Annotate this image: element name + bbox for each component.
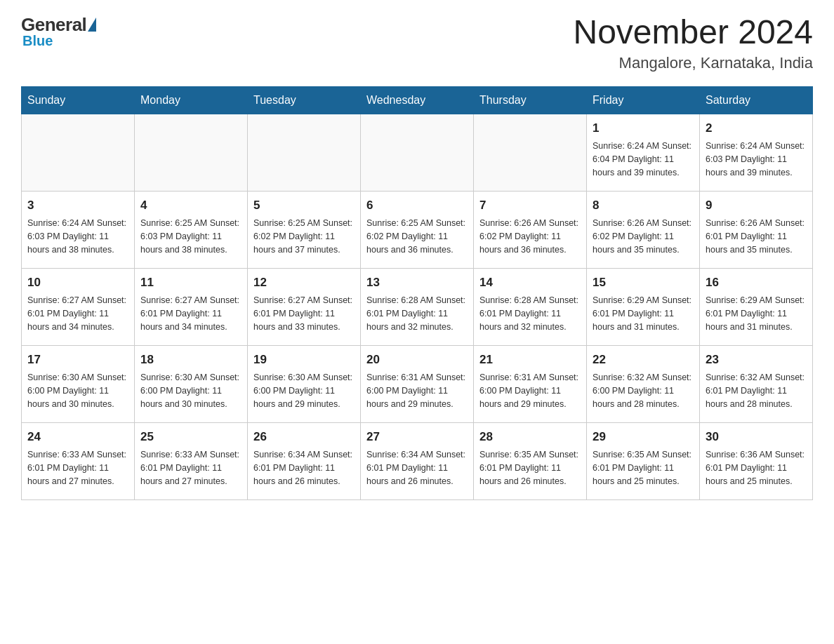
day-number: 1 <box>593 120 694 137</box>
calendar-cell: 25Sunrise: 6:33 AM Sunset: 6:01 PM Dayli… <box>135 422 248 499</box>
day-info: Sunrise: 6:33 AM Sunset: 6:01 PM Dayligh… <box>27 448 128 488</box>
location: Mangalore, Karnataka, India <box>573 54 813 72</box>
day-number: 14 <box>479 274 581 292</box>
day-number: 27 <box>366 429 468 446</box>
day-number: 4 <box>140 197 241 215</box>
logo: General Blue <box>21 14 96 49</box>
day-info: Sunrise: 6:29 AM Sunset: 6:01 PM Dayligh… <box>706 294 807 333</box>
page-header: General Blue November 2024 Mangalore, Ka… <box>21 14 813 72</box>
header-cell-sunday: Sunday <box>22 86 135 114</box>
calendar-cell: 5Sunrise: 6:25 AM Sunset: 6:02 PM Daylig… <box>248 191 361 268</box>
day-info: Sunrise: 6:35 AM Sunset: 6:01 PM Dayligh… <box>479 448 581 488</box>
day-number: 22 <box>593 351 694 369</box>
day-number: 16 <box>706 274 807 292</box>
day-number: 20 <box>366 351 468 369</box>
day-info: Sunrise: 6:24 AM Sunset: 6:03 PM Dayligh… <box>27 217 128 256</box>
calendar-cell: 11Sunrise: 6:27 AM Sunset: 6:01 PM Dayli… <box>135 268 248 345</box>
calendar-cell: 29Sunrise: 6:35 AM Sunset: 6:01 PM Dayli… <box>587 422 700 499</box>
calendar-cell: 13Sunrise: 6:28 AM Sunset: 6:01 PM Dayli… <box>361 268 474 345</box>
day-info: Sunrise: 6:34 AM Sunset: 6:01 PM Dayligh… <box>253 448 355 488</box>
day-info: Sunrise: 6:30 AM Sunset: 6:00 PM Dayligh… <box>140 371 241 410</box>
week-row-5: 24Sunrise: 6:33 AM Sunset: 6:01 PM Dayli… <box>22 422 813 499</box>
day-number: 23 <box>706 351 807 369</box>
calendar-cell: 4Sunrise: 6:25 AM Sunset: 6:03 PM Daylig… <box>135 191 248 268</box>
month-title: November 2024 <box>573 14 813 51</box>
day-info: Sunrise: 6:28 AM Sunset: 6:01 PM Dayligh… <box>479 294 581 333</box>
day-info: Sunrise: 6:27 AM Sunset: 6:01 PM Dayligh… <box>140 294 241 333</box>
calendar-cell: 15Sunrise: 6:29 AM Sunset: 6:01 PM Dayli… <box>587 268 700 345</box>
header-cell-tuesday: Tuesday <box>248 86 361 114</box>
week-row-4: 17Sunrise: 6:30 AM Sunset: 6:00 PM Dayli… <box>22 345 813 422</box>
day-number: 24 <box>27 429 128 446</box>
calendar-cell: 28Sunrise: 6:35 AM Sunset: 6:01 PM Dayli… <box>474 422 587 499</box>
calendar-cell: 27Sunrise: 6:34 AM Sunset: 6:01 PM Dayli… <box>361 422 474 499</box>
header-cell-saturday: Saturday <box>700 86 813 114</box>
calendar-cell: 8Sunrise: 6:26 AM Sunset: 6:02 PM Daylig… <box>587 191 700 268</box>
calendar-cell <box>248 114 361 191</box>
day-info: Sunrise: 6:31 AM Sunset: 6:00 PM Dayligh… <box>479 371 581 410</box>
calendar-cell: 6Sunrise: 6:25 AM Sunset: 6:02 PM Daylig… <box>361 191 474 268</box>
day-number: 29 <box>593 429 694 446</box>
day-info: Sunrise: 6:26 AM Sunset: 6:02 PM Dayligh… <box>593 217 694 256</box>
week-row-2: 3Sunrise: 6:24 AM Sunset: 6:03 PM Daylig… <box>22 191 813 268</box>
header-cell-friday: Friday <box>587 86 700 114</box>
day-number: 18 <box>140 351 241 369</box>
day-number: 5 <box>253 197 355 215</box>
calendar-cell: 24Sunrise: 6:33 AM Sunset: 6:01 PM Dayli… <box>22 422 135 499</box>
day-number: 28 <box>479 429 581 446</box>
header-cell-monday: Monday <box>135 86 248 114</box>
calendar-cell <box>135 114 248 191</box>
day-number: 15 <box>593 274 694 292</box>
day-info: Sunrise: 6:32 AM Sunset: 6:00 PM Dayligh… <box>593 371 694 410</box>
calendar-cell <box>361 114 474 191</box>
calendar-cell: 9Sunrise: 6:26 AM Sunset: 6:01 PM Daylig… <box>700 191 813 268</box>
day-number: 9 <box>706 197 807 215</box>
logo-triangle-icon <box>88 18 96 32</box>
day-info: Sunrise: 6:32 AM Sunset: 6:01 PM Dayligh… <box>706 371 807 410</box>
day-number: 17 <box>27 351 128 369</box>
calendar-cell: 22Sunrise: 6:32 AM Sunset: 6:00 PM Dayli… <box>587 345 700 422</box>
day-info: Sunrise: 6:25 AM Sunset: 6:02 PM Dayligh… <box>366 217 468 256</box>
day-info: Sunrise: 6:36 AM Sunset: 6:01 PM Dayligh… <box>706 448 807 488</box>
day-number: 26 <box>253 429 355 446</box>
calendar-cell: 14Sunrise: 6:28 AM Sunset: 6:01 PM Dayli… <box>474 268 587 345</box>
day-info: Sunrise: 6:31 AM Sunset: 6:00 PM Dayligh… <box>366 371 468 410</box>
title-section: November 2024 Mangalore, Karnataka, Indi… <box>573 14 813 72</box>
day-info: Sunrise: 6:24 AM Sunset: 6:04 PM Dayligh… <box>593 140 694 179</box>
week-row-3: 10Sunrise: 6:27 AM Sunset: 6:01 PM Dayli… <box>22 268 813 345</box>
day-info: Sunrise: 6:27 AM Sunset: 6:01 PM Dayligh… <box>27 294 128 333</box>
calendar-cell: 18Sunrise: 6:30 AM Sunset: 6:00 PM Dayli… <box>135 345 248 422</box>
calendar-cell: 1Sunrise: 6:24 AM Sunset: 6:04 PM Daylig… <box>587 114 700 191</box>
day-number: 13 <box>366 274 468 292</box>
day-number: 8 <box>593 197 694 215</box>
calendar-cell: 21Sunrise: 6:31 AM Sunset: 6:00 PM Dayli… <box>474 345 587 422</box>
day-number: 10 <box>27 274 128 292</box>
calendar-cell: 20Sunrise: 6:31 AM Sunset: 6:00 PM Dayli… <box>361 345 474 422</box>
calendar-cell: 2Sunrise: 6:24 AM Sunset: 6:03 PM Daylig… <box>700 114 813 191</box>
day-info: Sunrise: 6:34 AM Sunset: 6:01 PM Dayligh… <box>366 448 468 488</box>
calendar-cell <box>22 114 135 191</box>
day-info: Sunrise: 6:29 AM Sunset: 6:01 PM Dayligh… <box>593 294 694 333</box>
day-info: Sunrise: 6:30 AM Sunset: 6:00 PM Dayligh… <box>27 371 128 410</box>
day-number: 30 <box>706 429 807 446</box>
day-number: 7 <box>479 197 581 215</box>
calendar-cell: 12Sunrise: 6:27 AM Sunset: 6:01 PM Dayli… <box>248 268 361 345</box>
calendar-cell <box>474 114 587 191</box>
day-info: Sunrise: 6:35 AM Sunset: 6:01 PM Dayligh… <box>593 448 694 488</box>
calendar-cell: 7Sunrise: 6:26 AM Sunset: 6:02 PM Daylig… <box>474 191 587 268</box>
day-info: Sunrise: 6:26 AM Sunset: 6:02 PM Dayligh… <box>479 217 581 256</box>
day-info: Sunrise: 6:25 AM Sunset: 6:03 PM Dayligh… <box>140 217 241 256</box>
week-row-1: 1Sunrise: 6:24 AM Sunset: 6:04 PM Daylig… <box>22 114 813 191</box>
day-number: 25 <box>140 429 241 446</box>
day-info: Sunrise: 6:24 AM Sunset: 6:03 PM Dayligh… <box>706 140 807 179</box>
day-number: 3 <box>27 197 128 215</box>
calendar-cell: 3Sunrise: 6:24 AM Sunset: 6:03 PM Daylig… <box>22 191 135 268</box>
calendar-cell: 16Sunrise: 6:29 AM Sunset: 6:01 PM Dayli… <box>700 268 813 345</box>
calendar-cell: 23Sunrise: 6:32 AM Sunset: 6:01 PM Dayli… <box>700 345 813 422</box>
day-number: 11 <box>140 274 241 292</box>
calendar-cell: 17Sunrise: 6:30 AM Sunset: 6:00 PM Dayli… <box>22 345 135 422</box>
header-cell-wednesday: Wednesday <box>361 86 474 114</box>
day-info: Sunrise: 6:30 AM Sunset: 6:00 PM Dayligh… <box>253 371 355 410</box>
day-info: Sunrise: 6:25 AM Sunset: 6:02 PM Dayligh… <box>253 217 355 256</box>
calendar-table: SundayMondayTuesdayWednesdayThursdayFrid… <box>21 86 813 500</box>
